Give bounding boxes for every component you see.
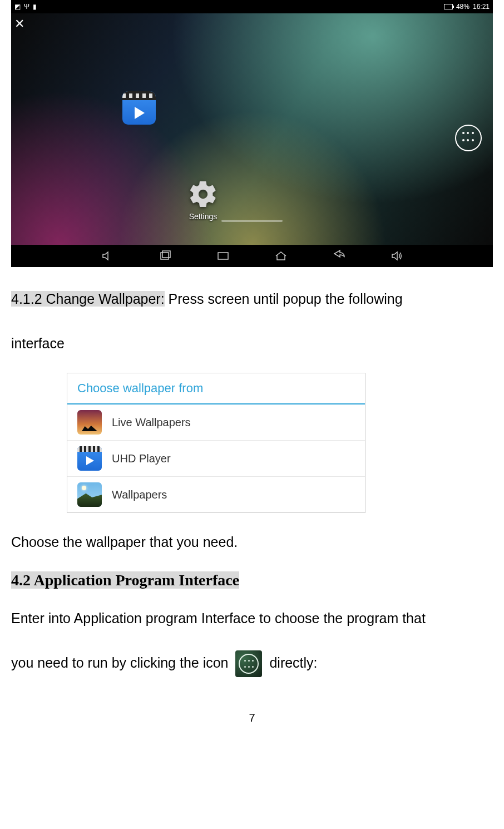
option-label: Wallpapers: [112, 488, 167, 501]
page-number: 7: [11, 712, 493, 724]
screenshot-homescreen: ◩ Ψ ▮ 48% 16:21 ✕ Settings: [11, 0, 493, 267]
video-player-icon: [122, 91, 156, 125]
svg-rect-2: [218, 253, 228, 259]
text: Press screen until popup the following: [165, 291, 403, 307]
paragraph: Enter into Application program Interface…: [11, 603, 493, 634]
apps-drawer-button[interactable]: [455, 125, 482, 151]
svg-rect-0: [161, 253, 169, 259]
dialog-option-uhd-player[interactable]: UHD Player: [67, 441, 365, 477]
system-navbar: [11, 245, 493, 267]
text: interface: [11, 335, 65, 351]
screenshot-button[interactable]: [216, 249, 230, 263]
clock: 16:21: [473, 3, 490, 11]
dialog-option-live-wallpapers[interactable]: Live Wallpapers: [67, 404, 365, 441]
volume-up-button[interactable]: [390, 249, 403, 263]
status-icon: ▮: [33, 3, 37, 11]
paragraph: 4.1.2 Change Wallpaper: Press screen unt…: [11, 284, 493, 314]
paragraph: Choose the wallpaper that you need.: [11, 527, 493, 557]
paragraph: interface: [11, 328, 493, 359]
document-page: ◩ Ψ ▮ 48% 16:21 ✕ Settings: [0, 0, 504, 724]
dialog-title: Choose wallpaper from: [67, 373, 365, 404]
status-bar: ◩ Ψ ▮ 48% 16:21: [11, 0, 493, 13]
paragraph: you need to run by clicking the icon dir…: [11, 648, 493, 678]
status-icon: Ψ: [24, 3, 29, 11]
homescreen-wallpaper[interactable]: ✕ Settings: [11, 13, 493, 245]
gear-icon: [187, 179, 219, 210]
section-number: 4.1.2 Change Wallpaper:: [11, 291, 165, 307]
screenshot-wallpaper-dialog: Choose wallpaper from Live Wallpapers UH…: [67, 373, 365, 513]
close-icon[interactable]: ✕: [14, 17, 24, 31]
home-button[interactable]: [274, 249, 288, 263]
app-label: Settings: [189, 212, 218, 221]
text: directly:: [269, 655, 317, 670]
app-video-player[interactable]: [120, 91, 159, 125]
recent-apps-button[interactable]: [159, 249, 172, 263]
apps-grid-icon: [462, 132, 475, 144]
text: Enter into Application program Interface…: [11, 610, 426, 626]
text: Choose the wallpaper that you need.: [11, 534, 238, 550]
wallpapers-icon: [77, 482, 102, 507]
page-indicator: [221, 220, 283, 222]
dialog-option-wallpapers[interactable]: Wallpapers: [67, 477, 365, 512]
svg-rect-1: [162, 251, 170, 258]
uhd-player-icon: [77, 446, 102, 471]
option-label: UHD Player: [112, 452, 171, 465]
section-heading: 4.2 Application Program Interface: [11, 571, 493, 589]
status-icon: ◩: [14, 3, 21, 11]
live-wallpapers-icon: [77, 410, 102, 435]
app-settings[interactable]: Settings: [181, 179, 225, 221]
heading-text: 4.2 Application Program Interface: [11, 571, 239, 589]
text: you need to run by clicking the icon: [11, 655, 232, 670]
battery-percent: 48%: [456, 3, 470, 11]
back-button[interactable]: [332, 249, 345, 263]
volume-down-button[interactable]: [101, 249, 114, 263]
apps-drawer-icon: [235, 650, 262, 677]
option-label: Live Wallpapers: [112, 416, 191, 429]
battery-icon: [444, 4, 453, 9]
